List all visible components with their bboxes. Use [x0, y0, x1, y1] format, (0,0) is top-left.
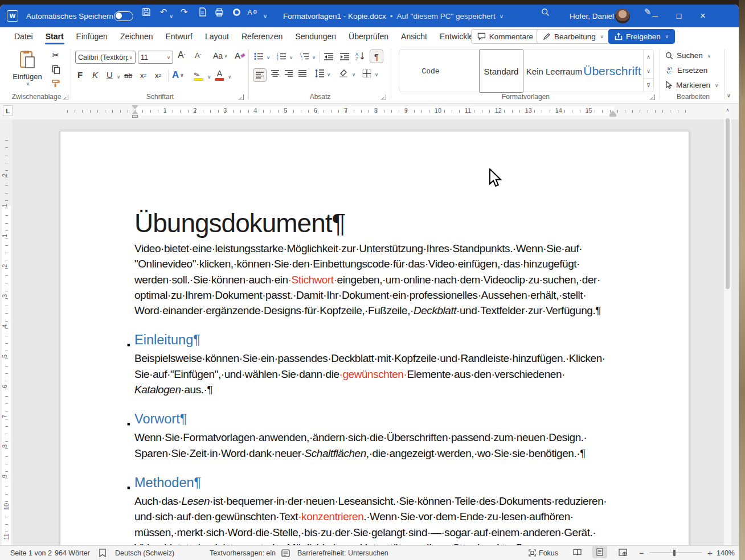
- search-icon[interactable]: [538, 5, 552, 19]
- undo-dropdown-chevron[interactable]: ∨: [169, 5, 173, 27]
- borders-chevron[interactable]: ∨: [375, 72, 378, 77]
- hanging-indent-marker[interactable]: [132, 110, 138, 114]
- font-dialog-launcher[interactable]: [238, 94, 244, 100]
- bullet-list-icon[interactable]: [254, 52, 264, 60]
- maximize-button[interactable]: □: [667, 5, 691, 27]
- read-mode-button[interactable]: [570, 546, 584, 558]
- numbered-list-chevron[interactable]: ∨: [289, 55, 293, 60]
- align-right-icon[interactable]: [285, 70, 293, 77]
- strikethrough-button[interactable]: ab: [124, 71, 132, 80]
- line-spacing-icon[interactable]: [314, 69, 324, 78]
- show-formatting-marks-button[interactable]: ¶: [370, 50, 383, 63]
- scroll-up-icon[interactable]: ∧: [724, 106, 731, 114]
- scrollbar-thumb[interactable]: [726, 118, 730, 289]
- paste-button[interactable]: Einfügen ∨: [13, 50, 42, 87]
- tab-datei[interactable]: Datei: [8, 27, 39, 46]
- highlight-color-button[interactable]: ✎: [194, 70, 203, 81]
- zoom-in-button[interactable]: +: [707, 546, 713, 560]
- print-layout-button[interactable]: [592, 546, 607, 558]
- align-center-icon[interactable]: [271, 70, 279, 77]
- borders-icon[interactable]: [362, 69, 371, 78]
- increase-indent-icon[interactable]: [339, 52, 350, 60]
- styles-gallery-expand-icon[interactable]: ⊽: [644, 78, 653, 92]
- tab-start[interactable]: Start: [39, 27, 70, 46]
- sort-icon[interactable]: AZ: [355, 51, 365, 61]
- qat-customize-chevron[interactable]: ∨: [263, 5, 267, 27]
- record-icon[interactable]: [229, 5, 244, 19]
- font-color-button[interactable]: A: [215, 69, 224, 81]
- format-painter-icon[interactable]: [51, 79, 60, 88]
- style-code[interactable]: Code: [405, 50, 456, 93]
- text-effects-icon[interactable]: A∨: [172, 69, 184, 81]
- clear-formatting-icon[interactable]: A: [235, 51, 245, 60]
- tab-überprüfen[interactable]: Überprüfen: [342, 27, 395, 46]
- shrink-font-icon[interactable]: Aˇ: [195, 51, 201, 60]
- multilevel-list-icon[interactable]: 1ai: [300, 52, 309, 60]
- styles-scroll-up-icon[interactable]: ∧: [644, 50, 653, 64]
- redo-icon[interactable]: ↷: [177, 5, 191, 19]
- highlight-chevron[interactable]: ∨: [207, 74, 211, 80]
- decrease-indent-icon[interactable]: [324, 52, 334, 60]
- word-count[interactable]: 964 Wörter: [55, 546, 90, 560]
- font-size-combo[interactable]: 11 ∨: [138, 51, 173, 64]
- select-button[interactable]: Markieren ∨: [665, 81, 718, 89]
- avatar[interactable]: [615, 5, 630, 27]
- paragraph-dialog-launcher[interactable]: [380, 94, 386, 100]
- save-icon[interactable]: [139, 5, 154, 19]
- underline-chevron[interactable]: ∨: [117, 74, 120, 80]
- autosave-toggle[interactable]: [114, 5, 133, 27]
- document-title-group[interactable]: Formatvorlagen1 - Kopie.docx • Auf "dies…: [283, 5, 504, 27]
- proofing-icon[interactable]: [99, 546, 106, 560]
- share-button[interactable]: Freigeben ∨: [608, 29, 675, 44]
- tab-entwurf[interactable]: Entwurf: [159, 27, 198, 46]
- find-button[interactable]: Suchen ∨: [665, 51, 711, 60]
- user-name[interactable]: Hofer, Daniel: [570, 5, 614, 27]
- zoom-slider-thumb[interactable]: [673, 550, 676, 556]
- cut-icon[interactable]: ✂: [52, 50, 60, 60]
- justify-icon[interactable]: [298, 70, 306, 77]
- style-kein-leerraum[interactable]: Kein Leerraum: [526, 50, 583, 93]
- style-standard[interactable]: Standard: [479, 50, 523, 93]
- word-logo-icon[interactable]: W: [7, 5, 18, 27]
- close-button[interactable]: ×: [691, 5, 715, 27]
- clipboard-dialog-launcher[interactable]: [63, 94, 68, 100]
- multilevel-list-chevron[interactable]: ∨: [312, 55, 316, 60]
- align-left-button[interactable]: [253, 68, 267, 82]
- web-layout-button[interactable]: [615, 546, 630, 558]
- styles-scroll-down-icon[interactable]: ∨: [644, 64, 653, 78]
- page[interactable]: Übungsdokument¶Video·bietet·eine·leistun…: [60, 131, 689, 545]
- superscript-button[interactable]: x2: [155, 71, 161, 80]
- collapse-ribbon-chevron[interactable]: ∨: [727, 92, 731, 98]
- first-line-indent-marker[interactable]: [132, 105, 138, 109]
- tab-sendungen[interactable]: Sendungen: [289, 27, 342, 46]
- language-indicator[interactable]: Deutsch (Schweiz): [115, 546, 174, 560]
- shading-chevron[interactable]: ∨: [352, 72, 355, 77]
- minimize-button[interactable]: ─: [643, 5, 667, 27]
- vertical-scrollbar[interactable]: ∧: [724, 105, 731, 545]
- left-indent-marker[interactable]: [132, 115, 138, 118]
- shading-icon[interactable]: [338, 69, 349, 78]
- font-color-chevron[interactable]: ∨: [228, 74, 231, 80]
- font-settings-icon[interactable]: A⚙: [245, 5, 260, 19]
- bullet-list-chevron[interactable]: ∨: [267, 55, 270, 60]
- zoom-out-button[interactable]: −: [639, 546, 644, 560]
- tab-referenzen[interactable]: Referenzen: [235, 27, 289, 46]
- subscript-button[interactable]: x2: [140, 71, 146, 80]
- focus-button[interactable]: Fokus: [529, 546, 558, 560]
- accessibility-status[interactable]: Barrierefreiheit: Untersuchen: [297, 546, 388, 560]
- tab-zeichnen[interactable]: Zeichnen: [114, 27, 159, 46]
- font-name-combo[interactable]: Calibri (Textkörp ∨: [75, 51, 136, 64]
- underline-button[interactable]: U: [107, 70, 113, 80]
- zoom-level[interactable]: 140%: [717, 546, 735, 560]
- style-überschrift[interactable]: Überschrift: [580, 50, 644, 93]
- zoom-slider[interactable]: [649, 546, 702, 560]
- editor-icon[interactable]: [281, 546, 290, 560]
- change-case-icon[interactable]: Aa∨: [213, 51, 227, 60]
- page-indicator[interactable]: Seite 1 von 2: [10, 546, 52, 560]
- print-preview-icon[interactable]: [195, 5, 210, 19]
- tab-ansicht[interactable]: Ansicht: [395, 27, 433, 46]
- right-indent-marker[interactable]: [609, 110, 616, 114]
- document-canvas[interactable]: Übungsdokument¶Video·bietet·eine·leistun…: [0, 120, 739, 545]
- line-spacing-chevron[interactable]: ∨: [327, 72, 330, 77]
- copy-icon[interactable]: [52, 65, 60, 74]
